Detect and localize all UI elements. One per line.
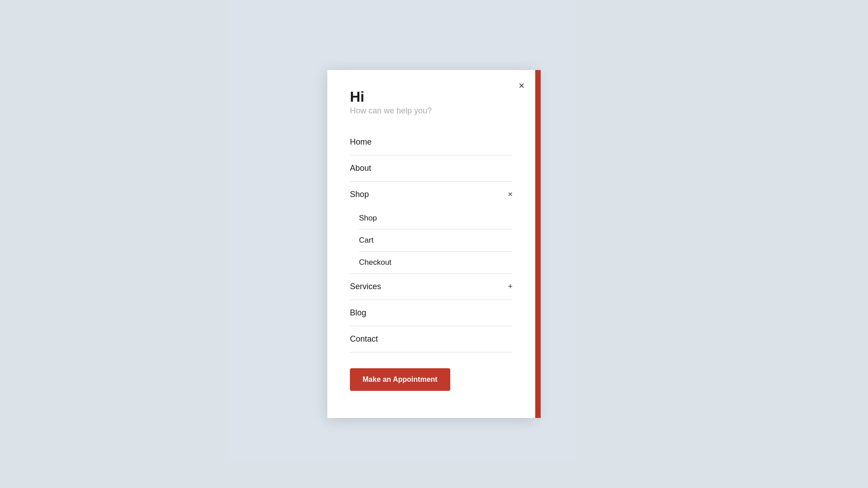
greeting-section: Hi How can we help you? xyxy=(350,88,513,116)
nav-label-blog: Blog xyxy=(350,308,366,318)
services-expand-icon: + xyxy=(508,282,513,291)
nav-item-home: Home xyxy=(350,129,513,155)
nav-link-blog[interactable]: Blog xyxy=(350,300,513,326)
close-icon: × xyxy=(519,80,524,91)
nav-label-shop: Shop xyxy=(350,190,369,199)
submenu-link-shop[interactable]: Shop xyxy=(359,207,513,229)
nav-link-home[interactable]: Home xyxy=(350,129,513,155)
nav-item-blog: Blog xyxy=(350,300,513,326)
shop-collapse-icon: × xyxy=(508,190,513,199)
nav-item-about: About xyxy=(350,155,513,182)
nav-label-contact: Contact xyxy=(350,334,378,344)
modal-panel: × Hi How can we help you? Home About Sho… xyxy=(327,70,535,418)
greeting-subtitle: How can we help you? xyxy=(350,106,513,116)
nav-link-shop[interactable]: Shop × xyxy=(350,182,513,207)
accent-bar xyxy=(535,70,541,418)
nav-label-services: Services xyxy=(350,282,381,291)
submenu-link-cart[interactable]: Cart xyxy=(359,230,513,251)
submenu-item-cart: Cart xyxy=(359,230,513,252)
submenu-link-checkout[interactable]: Checkout xyxy=(359,252,513,273)
nav-item-shop: Shop × Shop Cart Checkout xyxy=(350,182,513,274)
shop-submenu: Shop Cart Checkout xyxy=(350,207,513,273)
greeting-hi: Hi xyxy=(350,88,513,105)
nav-item-contact: Contact xyxy=(350,326,513,352)
nav-label-home: Home xyxy=(350,137,372,147)
submenu-item-shop: Shop xyxy=(359,207,513,230)
submenu-item-checkout: Checkout xyxy=(359,252,513,273)
close-button[interactable]: × xyxy=(517,79,526,93)
nav-link-contact[interactable]: Contact xyxy=(350,326,513,352)
nav-label-about: About xyxy=(350,164,371,173)
nav-link-services[interactable]: Services + xyxy=(350,274,513,300)
make-appointment-button[interactable]: Make an Appointment xyxy=(350,368,450,391)
nav-list: Home About Shop × Shop Cart xyxy=(350,129,513,352)
nav-link-about[interactable]: About xyxy=(350,155,513,181)
modal-wrapper: × Hi How can we help you? Home About Sho… xyxy=(327,70,541,418)
nav-item-services: Services + xyxy=(350,274,513,300)
